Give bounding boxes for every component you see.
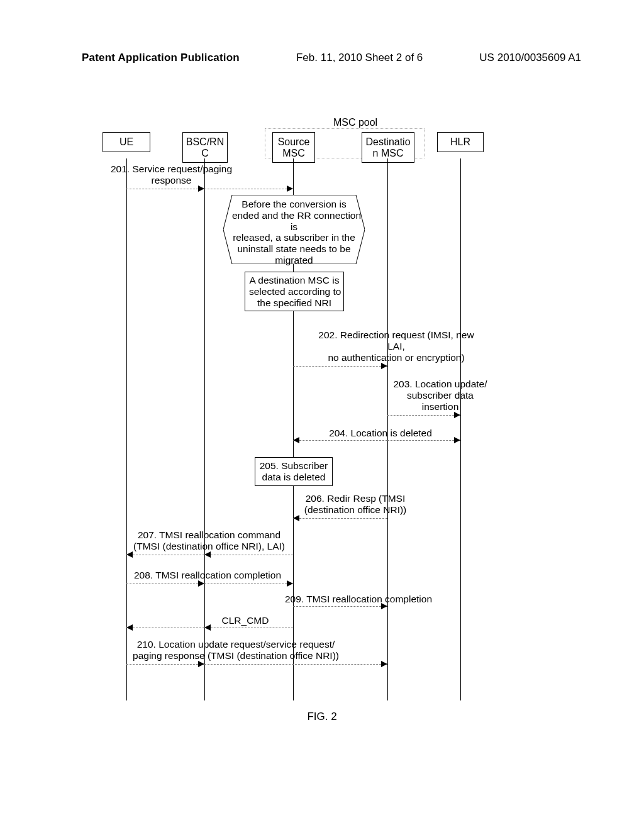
arrow-210-b-head [381,661,387,667]
participant-hlr: HLR [437,132,484,152]
page-header: Patent Application Publication Feb. 11, … [0,52,644,64]
msg-202-label: 202. Redirection request (IMSI, new LAI,… [302,329,491,363]
arrow-203 [387,415,460,416]
arrow-clr-b-head [126,624,133,631]
participant-src: Source MSC [272,132,315,163]
arrow-201-b [204,189,293,189]
participant-dst: Destinatio n MSC [362,132,414,163]
arrow-clr-a-head [204,624,211,631]
arrow-209-head [381,603,387,609]
msg-210-label: 210. Location update request/service req… [116,639,355,661]
msg-207-label: 207. TMSI reallocation command (TMSI (de… [123,529,296,552]
arrow-202 [293,366,387,367]
arrow-201-b-head [287,185,293,192]
note-205: 205. Subscriber data is deleted [255,457,333,486]
arrow-207-a [204,555,293,555]
msg-209-label: 209. TMSI reallocation completion [277,594,440,605]
arrow-210-a-head [198,661,204,667]
msg-clr-label: CLR_CMD [208,615,283,626]
note-select: A destination MSC is selected according … [245,272,344,311]
arrow-204-a-head [293,437,299,443]
arrow-clr-b [126,628,204,628]
arrow-clr-a [204,628,293,628]
arrow-208-a-head [198,580,204,587]
arrow-207-a-head [204,551,211,558]
arrow-210-a [126,664,204,665]
lifeline-ue [126,158,127,700]
arrow-201-a [126,189,204,189]
participant-ue: UE [103,132,150,152]
participant-bsc: BSC/RN C [182,132,228,163]
arrow-204-b [387,440,460,441]
note-hex-text: Before the conversion is ended and the R… [223,195,365,270]
arrow-208-a [126,584,204,584]
msg-206-label: 206. Redir Resp (TMSI (destination offic… [296,493,415,516]
arrow-206 [293,518,387,519]
arrow-203-head [454,412,460,418]
header-right: US 2010/0035609 A1 [479,52,581,64]
arrow-207-b [126,555,204,555]
arrow-207-b-head [126,551,133,558]
sequence-diagram: MSC pool UE BSC/RN C Source MSC Destinat… [91,114,569,706]
arrow-208-b-head [287,580,293,587]
arrow-202-head [381,363,387,369]
arrow-204-b-head [454,437,460,443]
header-center: Feb. 11, 2010 Sheet 2 of 6 [296,52,423,64]
figure-caption: FIG. 2 [0,711,644,723]
msg-203-label: 203. Location update/ subscriber data in… [384,379,497,412]
arrow-210-b [204,664,387,665]
arrow-206-head [293,515,299,521]
header-left: Patent Application Publication [82,52,240,64]
msc-pool-label: MSC pool [318,117,393,128]
lifeline-bsc [204,158,205,700]
arrow-209 [293,606,387,607]
msg-201-label: 201. Service request/paging response [79,163,264,186]
arrow-204-a [293,440,387,441]
msg-208-label: 208. TMSI reallocation completion [119,570,296,581]
msg-204-label: 204. Location is deleted [299,428,462,439]
arrow-208-b [204,584,293,584]
arrow-201-a-head [198,185,204,192]
note-hex: Before the conversion is ended and the R… [223,195,365,264]
